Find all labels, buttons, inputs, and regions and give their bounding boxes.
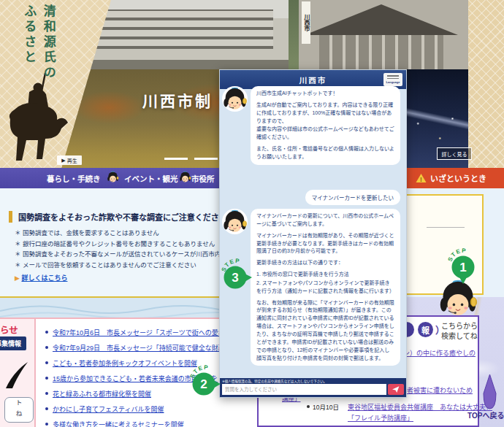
back-to-top-label[interactable]: TOPへ戻る [467, 409, 504, 420]
svg-text:2: 2 [200, 377, 207, 391]
nav-item-cityhall[interactable]: 市役所 [191, 173, 215, 184]
mascot-icon [107, 171, 119, 183]
step-2-badge: STEP 2 [188, 363, 222, 403]
notice-more-link[interactable]: ▶ 詳しくはこちら [15, 273, 67, 282]
nav-item-living[interactable]: 暮らし・手続き [47, 173, 101, 184]
hall-pillars [319, 35, 443, 69]
bullet-icon [45, 423, 48, 426]
notice-title: 国勢調査をよそおった詐欺や不審な調査にご注意ください [9, 211, 227, 223]
emergency-button[interactable]: ! いざというとき [405, 168, 504, 188]
chat-title: 川西市 [299, 74, 327, 85]
user-message: マイナンバーカードを更新したい [305, 190, 400, 205]
carousel-indicator[interactable] [194, 158, 218, 160]
chat-input[interactable] [222, 384, 386, 395]
arrow-icon: ▶ [15, 274, 20, 282]
photo-ground [73, 60, 292, 69]
bullet-icon [45, 377, 48, 380]
news-item[interactable]: こども・若者参加条例キックオフイベントを開催 [45, 358, 197, 374]
nav-item-events[interactable]: イベント・観光 [124, 173, 178, 184]
hall-roof [305, 4, 458, 35]
trees-photo-strip [289, 0, 299, 69]
paper-plane-icon [392, 385, 400, 393]
recruit-info-tab[interactable]: 募集情報 [0, 336, 26, 350]
back-to-top-arrow[interactable] [483, 374, 497, 409]
carousel-play-button[interactable]: ▶ 再生 [57, 155, 82, 165]
city-pillar-sign: 川西市 [302, 1, 310, 44]
news-item[interactable]: 花と緑あふれる都市緑化祭を開催 [45, 389, 151, 404]
hero-detail-button[interactable]: 詳しく見る [437, 147, 472, 160]
menu-lines-icon [387, 75, 399, 77]
bullet-icon [45, 392, 48, 395]
svg-text:1: 1 [459, 261, 466, 274]
privacy-note: ※個人情報保護の為、特定の名前や連絡先などは入力しないで下さい。 [222, 379, 404, 384]
bullet-icon [45, 407, 48, 410]
calligraphy-decoration [6, 361, 28, 388]
hero-title: 川西市制 7 [142, 89, 230, 111]
language-button[interactable]: Language [383, 73, 402, 86]
bot-message: 川西市生成AIチャットボットです！ 生成AIが自動でご案内しております。内容はで… [251, 86, 400, 165]
news-item[interactable]: 令和7年10月6日 市長メッセージ「スポーツで街への愛着を育て [45, 328, 245, 343]
kawanishi-city-homepage: 川西市 清和源氏のふるさと 川西市制 7 ▶ 再生 詳しく見る 暮らし・手続き … [0, 0, 504, 427]
bot-message: マイナンバーカードの更新について、川西市の公式ホームページに基づいてご案内します… [251, 209, 400, 366]
pattern-band-right [468, 0, 504, 168]
side-banner-fragment[interactable]: トね [4, 397, 34, 423]
svg-text:3: 3 [232, 271, 238, 285]
bullet-icon [45, 331, 48, 334]
bullet-icon [45, 346, 48, 349]
svg-text:!: ! [420, 176, 422, 183]
warning-icon: ! [416, 173, 427, 183]
news-item[interactable]: 令和7年9月29日 市長メッセージ「持続可能で健全な財政運営を [45, 343, 245, 358]
search-hint-text: こちらから検索してね [441, 321, 482, 341]
bot-avatar [222, 209, 248, 234]
chatbot-window: 川西市 Language 川西市生成AIチャットボットです！ 生成AIが自動でご… [219, 69, 407, 398]
notice-bullet: ＊ 銀行口座の暗証番号やクレジット番号をお聞きすることもありません [15, 239, 215, 247]
news-item[interactable]: かわにし子育てフェスティバルを開催 [45, 404, 164, 420]
bot-avatar [222, 86, 248, 112]
step-3-badge: STEP 3 [220, 257, 253, 296]
carousel-indicator[interactable] [164, 158, 188, 160]
historic-hall-photo: 川西市 [299, 0, 468, 69]
info-badge-circle: 報 [418, 322, 433, 337]
notice-bullet: ＊ 国勢調査では、金銭を要求することはありません [15, 228, 159, 236]
bullet-icon [307, 405, 310, 408]
event-date: 10月10日 [313, 402, 339, 411]
play-icon: ▶ [61, 158, 65, 164]
hero-vertical-tagline: 清和源氏のふるさと [19, 4, 58, 165]
mascot-icon [179, 171, 191, 183]
news-heading: お知らせ [0, 323, 18, 336]
step-1-badge: STEP 1 [446, 247, 480, 286]
info-link-1[interactable]: ン）の中に作る癒やしの [403, 348, 476, 358]
send-button[interactable] [388, 384, 404, 395]
event-link-line2[interactable]: 「フレイル予防講座」 [348, 413, 413, 423]
school-building [89, 9, 273, 49]
notice-bullet: ＊ メールで回答を依頼することはありませんのでご注意ください [15, 260, 196, 269]
news-item[interactable]: 多様な働き方を一緒に考えるセミナーを開催 [45, 420, 184, 427]
bullet-icon [45, 361, 48, 364]
chat-input-bar: ※個人情報保護の為、特定の名前や連絡先などは入力しないで下さい。 [220, 378, 406, 397]
info-link-2[interactable]: 費者被害に遭わないため [400, 385, 473, 395]
form-underline [427, 227, 465, 228]
